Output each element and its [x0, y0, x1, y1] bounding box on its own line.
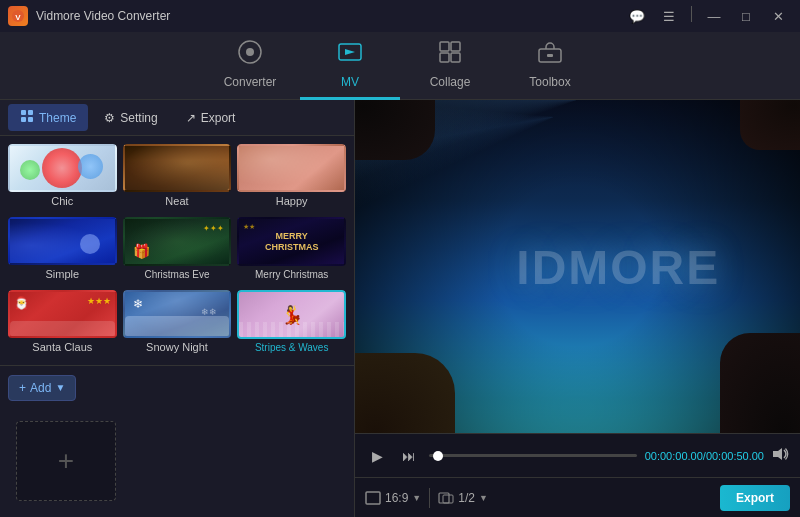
svg-rect-10	[547, 54, 553, 57]
titlebar-chat-btn[interactable]: 💬	[623, 6, 651, 26]
svg-rect-16	[366, 492, 380, 504]
watermark-text: IDMORE	[516, 239, 720, 294]
theme-label-merry-christmas: Merry Christmas	[255, 269, 328, 280]
page-dropdown-icon: ▼	[479, 493, 488, 503]
titlebar-menu-btn[interactable]: ☰	[655, 6, 683, 26]
converter-icon	[237, 39, 263, 71]
theme-thumb-merry-christmas: MERRYCHRISTMAS ★★	[237, 217, 346, 266]
titlebar-minimize-btn[interactable]: —	[700, 6, 728, 26]
tab-converter[interactable]: Converter	[200, 32, 300, 100]
svg-rect-13	[21, 117, 26, 122]
theme-thumb-snowy-night: ❄ ❄❄	[123, 290, 232, 338]
vertical-divider	[429, 488, 430, 508]
sub-tab-theme-label: Theme	[39, 111, 76, 125]
title-bar-controls: 💬 ☰ — □ ✕	[623, 6, 792, 26]
sub-tabs: Theme ⚙ Setting ↗ Export	[0, 100, 354, 136]
theme-thumb-simple	[8, 217, 117, 265]
theme-card-santa-claus[interactable]: 🎅 ★★★ Santa Claus	[8, 290, 117, 357]
add-button[interactable]: + Add ▼	[8, 375, 76, 401]
theme-card-stripes-waves[interactable]: 💃 Stripes & Waves	[237, 290, 346, 357]
svg-rect-12	[28, 110, 33, 115]
toolbox-icon	[537, 39, 563, 71]
main-content: Theme ⚙ Setting ↗ Export	[0, 100, 800, 517]
video-controls: ▶ ⏭ 00:00:00.00/00:00:50.00	[355, 433, 800, 477]
sub-tab-setting-label: Setting	[120, 111, 157, 125]
video-bottom-row: 16:9 ▼ 1/2 ▼ Export	[355, 477, 800, 517]
theme-card-merry-christmas[interactable]: MERRYCHRISTMAS ★★ Merry Christmas	[237, 217, 346, 284]
progress-bar[interactable]	[429, 454, 637, 457]
theme-card-simple[interactable]: Simple	[8, 217, 117, 284]
add-plus-icon: +	[19, 381, 26, 395]
titlebar-maximize-btn[interactable]: □	[732, 6, 760, 26]
title-bar-title: Vidmore Video Converter	[36, 9, 170, 23]
theme-thumb-happy	[237, 144, 346, 192]
theme-card-neat[interactable]: Neat	[123, 144, 232, 211]
svg-rect-11	[21, 110, 26, 115]
tab-mv-label: MV	[341, 75, 359, 89]
next-button[interactable]: ⏭	[397, 444, 421, 468]
left-panel: Theme ⚙ Setting ↗ Export	[0, 100, 355, 517]
sub-tab-export-label: Export	[201, 111, 236, 125]
aspect-ratio-selector[interactable]: 16:9 ▼	[365, 491, 421, 505]
theme-label-neat: Neat	[165, 195, 188, 207]
theme-label-stripes-waves: Stripes & Waves	[255, 342, 329, 353]
theme-label-snowy-night: Snowy Night	[146, 341, 208, 353]
theme-label-santa-claus: Santa Claus	[32, 341, 92, 353]
tab-toolbox[interactable]: Toolbox	[500, 32, 600, 100]
play-icon: ▶	[372, 448, 383, 464]
page-selector[interactable]: 1/2 ▼	[438, 491, 488, 505]
setting-gear-icon: ⚙	[104, 111, 115, 125]
add-media-box[interactable]: +	[16, 421, 116, 501]
svg-rect-14	[28, 117, 33, 122]
theme-card-christmas-eve[interactable]: ✦✦✦ 🎁 Christmas Eve	[123, 217, 232, 284]
theme-thumb-santa-claus: 🎅 ★★★	[8, 290, 117, 338]
time-display: 00:00:00.00/00:00:50.00	[645, 450, 764, 462]
theme-grid-icon	[20, 109, 34, 126]
title-bar: V Vidmore Video Converter 💬 ☰ — □ ✕	[0, 0, 800, 32]
bottom-bar: + Add ▼	[0, 365, 354, 409]
add-button-label: Add	[30, 381, 51, 395]
svg-rect-5	[440, 42, 449, 51]
theme-label-simple: Simple	[46, 268, 80, 280]
sub-tab-setting[interactable]: ⚙ Setting	[92, 106, 169, 130]
mv-icon	[337, 39, 363, 71]
theme-thumb-neat	[123, 144, 232, 192]
volume-icon[interactable]	[772, 447, 790, 464]
svg-rect-18	[443, 495, 453, 503]
theme-label-christmas-eve: Christmas Eve	[144, 269, 209, 280]
next-icon: ⏭	[402, 448, 416, 464]
aspect-ratio-value: 16:9	[385, 491, 408, 505]
theme-thumb-stripes-waves: 💃	[237, 290, 346, 339]
video-preview: IDMORE	[355, 100, 800, 433]
sub-tab-export[interactable]: ↗ Export	[174, 106, 248, 130]
tab-toolbox-label: Toolbox	[529, 75, 570, 89]
theme-grid: Chic Neat Happy	[0, 136, 354, 365]
theme-label-happy: Happy	[276, 195, 308, 207]
progress-thumb	[433, 451, 443, 461]
title-bar-left: V Vidmore Video Converter	[8, 6, 170, 26]
export-icon: ↗	[186, 111, 196, 125]
svg-rect-8	[451, 53, 460, 62]
titlebar-close-btn[interactable]: ✕	[764, 6, 792, 26]
theme-card-snowy-night[interactable]: ❄ ❄❄ Snowy Night	[123, 290, 232, 357]
svg-rect-7	[440, 53, 449, 62]
theme-card-happy[interactable]: Happy	[237, 144, 346, 211]
theme-card-chic[interactable]: Chic	[8, 144, 117, 211]
aspect-ratio-dropdown-icon: ▼	[412, 493, 421, 503]
page-value: 1/2	[458, 491, 475, 505]
svg-text:V: V	[15, 13, 21, 22]
svg-point-3	[246, 48, 254, 56]
add-dropdown-icon: ▼	[55, 382, 65, 393]
theme-thumb-christmas-eve: ✦✦✦ 🎁	[123, 217, 232, 266]
nav-tabs: Converter MV Collage	[0, 32, 800, 100]
tab-collage-label: Collage	[430, 75, 471, 89]
tab-collage[interactable]: Collage	[400, 32, 500, 100]
theme-thumb-chic	[8, 144, 117, 192]
play-button[interactable]: ▶	[365, 444, 389, 468]
collage-icon	[437, 39, 463, 71]
tab-mv[interactable]: MV	[300, 32, 400, 100]
app-icon: V	[8, 6, 28, 26]
export-button[interactable]: Export	[720, 485, 790, 511]
sub-tab-theme[interactable]: Theme	[8, 104, 88, 131]
right-panel: IDMORE ▶ ⏭ 00:00:00.00/00:00:50.00	[355, 100, 800, 517]
